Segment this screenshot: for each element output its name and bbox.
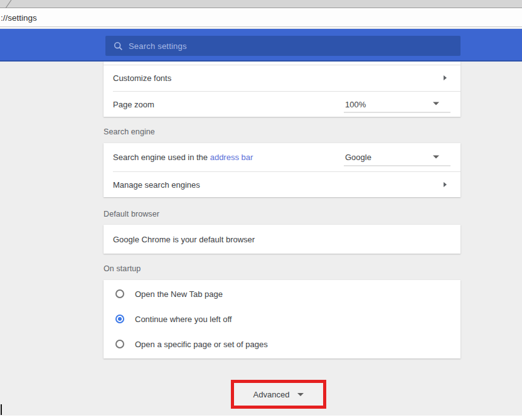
label-text: Search engine used in the [113, 153, 210, 162]
url-text: ://settings [0, 13, 37, 23]
default-search-engine-label: Search engine used in the address bar [113, 153, 253, 162]
chevron-down-icon [433, 102, 439, 105]
radio-button[interactable] [115, 315, 124, 323]
section-title-default-browser: Default browser [104, 210, 159, 218]
startup-option-label: Open a specific page or set of pages [135, 340, 268, 349]
manage-search-engines-label: Manage search engines [113, 180, 200, 190]
tab-corner-icon [4, 0, 12, 8]
tab-strip [0, 0, 522, 8]
startup-option-label: Open the New Tab page [135, 289, 223, 299]
text-cursor-artifact [1, 404, 2, 415]
appearance-card: Customize fonts Page zoom 100% [104, 62, 461, 117]
chevron-right-icon [444, 75, 447, 80]
chevron-right-icon [444, 182, 447, 187]
customize-fonts-label: Customize fonts [113, 73, 171, 83]
settings-page: Customize fonts Page zoom 100% Search en… [0, 62, 522, 416]
advanced-label: Advanced [253, 390, 290, 399]
on-startup-card: Open the New Tab page Continue where you… [104, 280, 461, 358]
annotation-highlight: Advanced [231, 380, 326, 409]
section-title-search-engine: Search engine [104, 127, 155, 136]
page-zoom-value: 100% [344, 99, 366, 109]
section-title-on-startup: On startup [104, 264, 141, 273]
startup-option-specific[interactable]: Open a specific page or set of pages [104, 331, 461, 357]
chevron-down-icon [433, 155, 439, 158]
search-engine-card: Search engine used in the address bar Go… [104, 143, 461, 197]
page-zoom-select[interactable]: 100% [344, 96, 450, 113]
default-browser-card: Google Chrome is your default browser [104, 225, 461, 254]
page-zoom-label: Page zoom [113, 100, 154, 109]
startup-option-continue[interactable]: Continue where you left off [104, 306, 461, 331]
page-zoom-row: Page zoom 100% [104, 92, 461, 117]
search-icon [114, 41, 123, 51]
startup-option-label: Continue where you left off [135, 315, 232, 324]
manage-search-engines-row[interactable]: Manage search engines [104, 172, 461, 197]
advanced-button[interactable]: Advanced [234, 383, 323, 406]
address-bar-link[interactable]: address bar [210, 153, 253, 162]
address-bar[interactable]: ://settings [0, 9, 522, 27]
customize-fonts-row[interactable]: Customize fonts [104, 65, 461, 91]
search-input[interactable]: Search settings [105, 36, 461, 56]
default-browser-status: Google Chrome is your default browser [113, 235, 255, 244]
startup-option-newtab[interactable]: Open the New Tab page [104, 281, 461, 306]
default-browser-row: Google Chrome is your default browser [104, 225, 461, 254]
radio-button[interactable] [115, 340, 124, 348]
settings-header: Search settings [0, 29, 522, 62]
search-engine-select[interactable]: Google [344, 149, 450, 166]
default-search-engine-row: Search engine used in the address bar Go… [104, 143, 461, 171]
chevron-down-icon [297, 393, 304, 396]
search-engine-value: Google [344, 153, 371, 162]
radio-button[interactable] [115, 289, 124, 298]
search-placeholder: Search settings [129, 41, 187, 51]
settings-window: ://settings Search settings Customize fo… [0, 0, 522, 420]
